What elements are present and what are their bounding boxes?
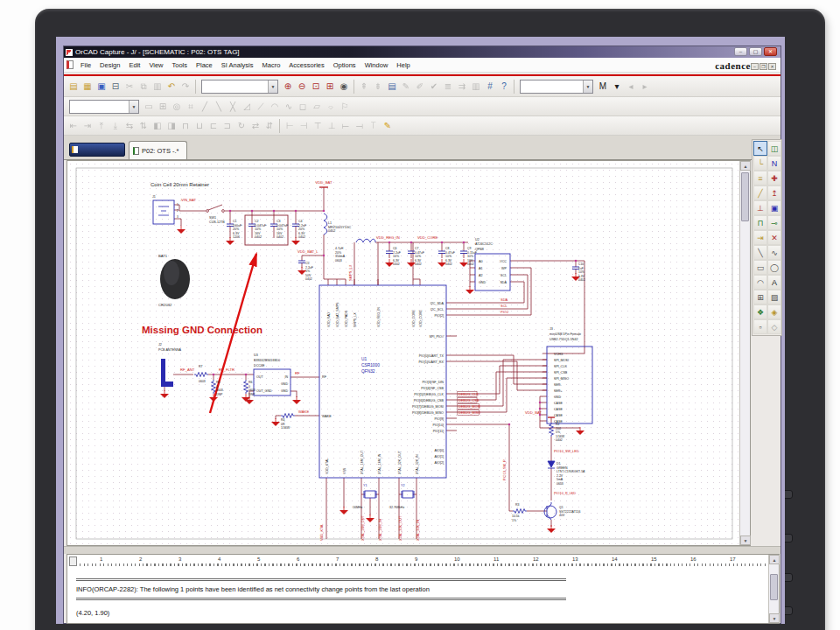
shrink-icon[interactable]: ⊥ xyxy=(325,118,339,133)
align-right-icon[interactable]: ⇥ xyxy=(80,118,94,133)
place-hierarchical-block-tool-icon[interactable]: ▣ xyxy=(767,200,781,215)
place-bus-tool-icon[interactable]: ≡ xyxy=(753,171,767,186)
menu-options[interactable]: Options xyxy=(329,60,360,71)
place-wire-tool-icon[interactable]: └ xyxy=(753,156,767,171)
origin-icon[interactable]: ◎ xyxy=(170,99,184,114)
place-text-tool-icon[interactable]: A xyxy=(767,275,781,290)
place-rectangle-tool-icon[interactable]: ▭ xyxy=(753,260,767,275)
place-hierarchical-port-tool-icon[interactable]: ⊓ xyxy=(753,215,767,230)
search-dropdown-icon[interactable]: ▾ xyxy=(610,79,624,94)
place-arc-tool-icon[interactable]: ◠ xyxy=(753,275,767,290)
design-rules-check-icon[interactable]: ✔ xyxy=(427,79,441,94)
distribute-h-icon[interactable]: ◧ xyxy=(150,118,164,133)
bill-of-materials-icon[interactable]: ▥ xyxy=(469,79,483,94)
to-front-icon[interactable]: ⊓ xyxy=(178,118,192,133)
scrollbar-thumb[interactable] xyxy=(770,574,778,600)
place-line-tool-icon[interactable]: ╲ xyxy=(753,245,767,260)
maximize-button[interactable]: ▢ xyxy=(749,47,762,56)
scrollbar-thumb[interactable] xyxy=(741,172,749,221)
place-no-connect-tool-icon[interactable]: ✕ xyxy=(767,230,781,245)
zoom-combo[interactable]: ▼ xyxy=(201,80,278,94)
minimized-window[interactable] xyxy=(69,143,125,157)
place-ole-object-tool-icon[interactable]: ⊞ xyxy=(753,290,767,304)
array-icon[interactable]: ⌗ xyxy=(184,99,198,114)
line-135-icon[interactable]: ╲ xyxy=(212,99,226,114)
mdi-restore-icon[interactable]: ❐ xyxy=(760,63,767,70)
menu-design[interactable]: Design xyxy=(95,60,124,71)
layer-icon[interactable]: ⟙ xyxy=(367,118,381,133)
place-net-alias-tool-icon[interactable]: N xyxy=(767,156,781,171)
select-tool-icon[interactable]: ↖ xyxy=(753,141,767,156)
search-icon[interactable]: M xyxy=(596,79,610,94)
nav-back-icon[interactable]: ◂ xyxy=(624,79,638,94)
create-netlist-icon[interactable]: ≣ xyxy=(441,79,455,94)
net-group-tool-icon[interactable]: ❖ xyxy=(753,304,767,319)
menu-place[interactable]: Place xyxy=(192,60,217,71)
canvas-vertical-scrollbar[interactable]: ▲ ▼ xyxy=(739,161,750,545)
distribute-v-icon[interactable]: ◨ xyxy=(164,118,178,133)
line-cross-icon[interactable]: ╳ xyxy=(226,99,240,114)
save-document-icon[interactable]: ▣ xyxy=(94,79,108,94)
zoom-out-icon[interactable]: ⊖ xyxy=(295,79,309,94)
place-ellipse-tool-icon[interactable]: ◯ xyxy=(767,260,781,275)
place-junction-tool-icon[interactable]: ✚ xyxy=(767,171,781,186)
sine-tool-icon[interactable]: ∿ xyxy=(282,99,296,114)
new-document-icon[interactable]: ▤ xyxy=(66,79,80,94)
align-top-icon[interactable]: ⤒ xyxy=(94,118,108,133)
stretch-icon[interactable]: ⊤ xyxy=(311,118,325,133)
menu-edit[interactable]: Edit xyxy=(124,60,144,71)
arc-tool-icon[interactable]: ◠ xyxy=(268,99,282,114)
signal-combo[interactable]: ▼ xyxy=(69,100,139,114)
dimension-icon[interactable]: ⟞ xyxy=(353,118,367,133)
menu-view[interactable]: View xyxy=(144,60,167,71)
nav-forward-icon[interactable]: ▸ xyxy=(638,79,652,94)
place-picture-tool-icon[interactable]: ▨ xyxy=(767,290,781,304)
place-part-tool-icon[interactable]: ◫ xyxy=(767,141,781,156)
show-area-tool-icon[interactable]: ◈ xyxy=(767,304,781,319)
snap-to-grid-icon[interactable]: # xyxy=(483,79,497,94)
place-power-tool-icon[interactable]: ↥ xyxy=(767,186,781,200)
align-center-v-icon[interactable]: ⇅ xyxy=(136,118,150,133)
pivot-icon[interactable]: ⊢ xyxy=(283,118,297,133)
log-vertical-scrollbar[interactable]: ▲ ▼ xyxy=(768,555,779,623)
align-bottom-icon[interactable]: ⤓ xyxy=(108,118,122,133)
help-icon[interactable]: ? xyxy=(497,79,511,94)
mirror-v-icon[interactable]: ⇵ xyxy=(262,118,276,133)
tab-schematic-page[interactable]: P02: OTS -.* xyxy=(129,141,187,159)
square-tool-icon[interactable]: ◻ xyxy=(296,99,310,114)
cut-icon[interactable]: ✂ xyxy=(122,79,136,94)
flag-tool-icon[interactable]: ⚐ xyxy=(338,99,352,114)
select-rect-icon[interactable]: ▭ xyxy=(142,99,156,114)
menu-help[interactable]: Help xyxy=(392,60,414,71)
place-hierarchical-pin-tool-icon[interactable]: ⊸ xyxy=(767,215,781,230)
menu-macro[interactable]: Macro xyxy=(257,60,284,71)
redo-icon[interactable]: ↷ xyxy=(178,79,192,94)
ungroup-icon[interactable]: ⊐ xyxy=(220,118,234,133)
segment-tool-icon[interactable]: ⟋ xyxy=(254,99,268,114)
menu-file[interactable]: File xyxy=(76,60,95,71)
descend-hierarchy-icon[interactable]: ⇟ xyxy=(371,79,385,94)
menu-tools[interactable]: Tools xyxy=(168,60,192,71)
group-icon[interactable]: ⊏ xyxy=(206,118,220,133)
close-button[interactable]: ✕ xyxy=(764,47,777,56)
no-tool-icon[interactable]: ◇ xyxy=(767,319,781,334)
menu-si-analysis[interactable]: SI Analysis xyxy=(217,60,258,71)
measure-icon[interactable]: ⟝ xyxy=(339,118,353,133)
title-bar[interactable]: OrCAD Capture - J/ - [SCHEMATIC : P02: O… xyxy=(64,46,780,58)
ascend-hierarchy-icon[interactable]: ⇞ xyxy=(357,79,371,94)
minimize-button[interactable]: ‒ xyxy=(734,47,747,56)
place-polyline-tool-icon[interactable]: ∿ xyxy=(767,245,781,260)
snap-toggle-tool-icon[interactable]: ▫ xyxy=(753,319,767,334)
cross-reference-icon[interactable]: ⇉ xyxy=(455,79,469,94)
copy-icon[interactable]: ⧉ xyxy=(136,79,150,94)
zoom-all-icon[interactable]: ⊞ xyxy=(323,79,337,94)
paste-icon[interactable]: ▥ xyxy=(150,79,164,94)
place-off-page-connector-tool-icon[interactable]: ⇥ xyxy=(753,230,767,245)
menu-window[interactable]: Window xyxy=(360,60,393,71)
back-annotate-icon[interactable]: ✐ xyxy=(413,79,427,94)
mirror-h-icon[interactable]: ⇄ xyxy=(248,118,262,133)
undo-icon[interactable]: ↶ xyxy=(164,79,178,94)
grid-icon[interactable]: ⊞ xyxy=(156,99,170,114)
align-left-icon[interactable]: ⇤ xyxy=(66,118,80,133)
compass-tool-icon[interactable]: ⌔ xyxy=(324,99,338,114)
